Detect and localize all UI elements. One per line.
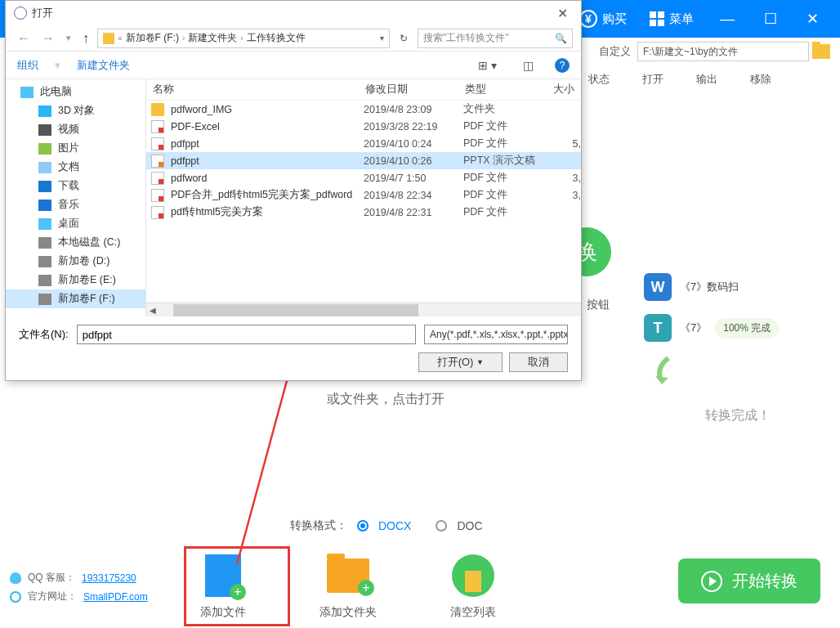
tree-label: 新加卷E (E:) (58, 273, 116, 287)
col-size[interactable]: 大小 (547, 83, 581, 96)
col-date[interactable]: 修改日期 (359, 83, 458, 96)
file-row[interactable]: pdfword2019/4/7 1:50PDF 文件3, (146, 169, 581, 186)
cancel-button[interactable]: 取消 (509, 352, 568, 372)
file-name: pdfppt (171, 155, 364, 167)
file-column-headers[interactable]: 名称 修改日期 类型 大小 (146, 79, 581, 101)
file-row[interactable]: pdf转html5完美方案2019/4/8 22:31PDF 文件 (146, 204, 581, 221)
add-folder-button[interactable]: 添加文件夹 (319, 553, 377, 620)
nav-up-button[interactable]: ↑ (79, 31, 92, 46)
new-folder-button[interactable]: 新建文件夹 (77, 58, 130, 73)
pc-icon (20, 87, 34, 98)
maximize-button[interactable]: ☐ (749, 0, 792, 38)
open-button[interactable]: 打开(O) ▼ (418, 352, 503, 372)
result-item[interactable]: W 《7》数码扫 (644, 273, 832, 301)
tree-item[interactable]: 图片 (6, 139, 145, 158)
radio-doc[interactable] (436, 520, 447, 532)
browse-folder-icon[interactable] (812, 44, 830, 59)
radio-docx[interactable] (357, 520, 369, 532)
col-name[interactable]: 名称 (146, 83, 359, 96)
file-name: pdfword (171, 173, 364, 184)
file-row[interactable]: pdfppt2019/4/10 0:24PDF 文件5, (146, 135, 581, 152)
nav-back-button[interactable]: ← (14, 31, 34, 46)
folder-icon (151, 103, 164, 116)
folder-plus-icon (327, 558, 369, 593)
pdf-icon (151, 189, 164, 202)
tree-item[interactable]: 新加卷E (E:) (6, 271, 145, 289)
nav-forward-button[interactable]: → (38, 31, 58, 46)
file-row[interactable]: PDF-Excel2019/3/28 22:19PDF 文件 (146, 118, 581, 135)
tree-item[interactable]: 下载 (6, 177, 145, 195)
mus-icon (38, 200, 51, 211)
close-button[interactable]: ✕ (792, 0, 833, 38)
menu-button[interactable]: 菜单 (638, 0, 705, 38)
tree-item[interactable]: 新加卷 (D:) (6, 252, 145, 271)
horizontal-scrollbar[interactable]: ◀ (146, 303, 581, 316)
tree-label: 3D 对象 (58, 104, 95, 118)
file-filter-select[interactable]: Any(*.pdf,*.xls,*.xlsx,*.ppt,*.pptx) (424, 325, 568, 344)
complete-label: 转换完成！ (644, 407, 832, 424)
breadcrumb-item[interactable]: 新建文件夹 (188, 31, 237, 45)
dialog-title: 打开 (32, 6, 53, 20)
qq-icon (10, 572, 21, 584)
tree-item[interactable]: 视频 (6, 120, 145, 139)
refresh-button[interactable]: ↻ (395, 33, 413, 44)
start-convert-button[interactable]: 开始转换 (678, 558, 820, 603)
ie-icon (10, 591, 21, 603)
result-item[interactable]: T 《7》 100% 完成 (644, 314, 832, 342)
qq-label: QQ 客服： (28, 571, 75, 585)
text-icon: T (644, 314, 672, 342)
nav-recent-button[interactable]: ▾ (63, 33, 74, 43)
drop-hint: 或文件夹，点击打开 (327, 388, 445, 410)
file-date: 2019/4/10 0:26 (364, 155, 463, 167)
yen-icon: ¥ (579, 10, 597, 28)
tree-label: 新加卷F (F:) (58, 292, 115, 306)
tree-item[interactable]: 本地磁盘 (C:) (6, 233, 145, 252)
clear-list-button[interactable]: 清空列表 (450, 553, 496, 620)
dialog-toolbar: 组织 ▾ 新建文件夹 ⊞ ▾ ◫ ? (6, 52, 581, 79)
qq-link[interactable]: 1933175230 (82, 572, 136, 584)
cube-icon (38, 105, 51, 117)
filename-label: 文件名(N): (19, 327, 69, 342)
tree-item[interactable]: 音乐 (6, 195, 145, 214)
file-name: PDF-Excel (171, 121, 364, 132)
filename-input[interactable] (77, 325, 416, 344)
disk-icon (38, 256, 51, 267)
dialog-close-button[interactable]: ✕ (552, 6, 573, 21)
progress-bubble: 100% 完成 (715, 318, 779, 339)
file-name: pdfppt (171, 138, 364, 150)
tree-item[interactable]: 新加卷F (F:) (6, 289, 145, 308)
site-label: 官方网址： (28, 590, 77, 603)
breadcrumb-item[interactable]: 新加卷F (F:) (126, 31, 179, 45)
customize-label[interactable]: 自定义 (599, 44, 631, 59)
tree-item[interactable]: 桌面 (6, 214, 145, 233)
file-list[interactable]: pdfword_IMG2019/4/8 23:09文件夹PDF-Excel201… (146, 101, 581, 303)
help-button[interactable]: ? (555, 58, 570, 73)
file-row[interactable]: PDF合并_pdf转html5完美方案_pdfword2019/4/8 22:3… (146, 186, 581, 204)
format-docx-label: DOCX (378, 519, 411, 532)
drive-icon (103, 33, 114, 44)
tree-label: 新加卷 (D:) (58, 254, 109, 268)
folder-tree[interactable]: 此电脑3D 对象视频图片文档下载音乐桌面本地磁盘 (C:)新加卷 (D:)新加卷… (6, 79, 146, 316)
tree-item[interactable]: 3D 对象 (6, 101, 145, 120)
tree-label: 下载 (58, 179, 79, 193)
file-row[interactable]: pdfword_IMG2019/4/8 23:09文件夹 (146, 101, 581, 118)
site-link[interactable]: SmallPDF.com (83, 591, 148, 603)
tree-item[interactable]: 文档 (6, 158, 145, 177)
format-doc-label: DOC (457, 519, 482, 532)
file-row[interactable]: pdfppt2019/4/10 0:26PPTX 演示文稿 (146, 152, 581, 169)
file-date: 2019/4/10 0:24 (364, 138, 463, 150)
col-type[interactable]: 类型 (458, 83, 547, 96)
tree-item[interactable]: 此电脑 (6, 83, 145, 101)
breadcrumb[interactable]: « 新加卷F (F:) › 新建文件夹 › 工作转换文件 ▾ (97, 29, 390, 48)
dialog-nav: ← → ▾ ↑ « 新加卷F (F:) › 新建文件夹 › 工作转换文件 ▾ ↻… (6, 25, 581, 52)
minimize-button[interactable]: — (705, 0, 749, 38)
search-placeholder: 搜索"工作转换文件" (423, 31, 509, 45)
file-date: 2019/4/8 22:34 (364, 190, 463, 201)
tree-label: 图片 (58, 141, 79, 155)
view-mode-button[interactable]: ⊞ ▾ (473, 59, 502, 72)
output-path-input[interactable]: F:\新建文~1\by的文件 (637, 42, 809, 61)
preview-pane-button[interactable]: ◫ (518, 59, 538, 72)
breadcrumb-item[interactable]: 工作转换文件 (247, 31, 306, 45)
search-input[interactable]: 搜索"工作转换文件" 🔍 (418, 29, 573, 48)
organize-button[interactable]: 组织 (17, 58, 38, 73)
